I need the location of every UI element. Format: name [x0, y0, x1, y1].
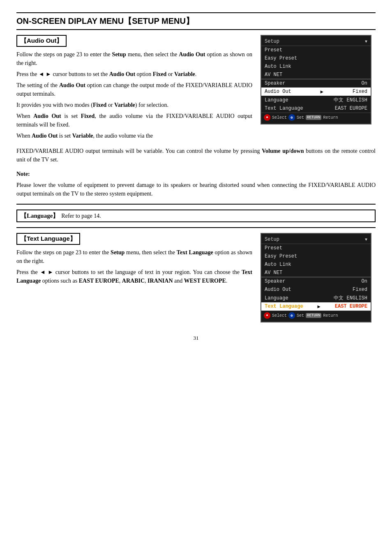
audio-out-header: 【Audio Out】	[16, 35, 67, 47]
audio-out-p6: When Audio Out is set Variable, the audi…	[16, 131, 252, 140]
note-section: Note: Please lower the volume of equipme…	[16, 170, 376, 198]
section-divider-1	[16, 204, 376, 205]
menu1-item-auto-link: Auto Link	[261, 62, 371, 71]
audio-out-p1: Follow the steps on page 23 to enter the…	[16, 50, 252, 67]
menu2-dropdown-arrow: ▼	[365, 237, 367, 242]
menu2-select-btn: ●	[264, 312, 270, 319]
menu1-item-audio-out-selected: Audio Out ▶ Fixed	[261, 88, 371, 96]
page-title: ON-SCREEN DIPLAY MENU【SETUP MENU】	[16, 12, 376, 30]
audio-out-p2: Press the ◄ ► cursor buttons to set the …	[16, 70, 252, 78]
language-ref-label: 【Language】	[21, 212, 59, 220]
menu1-setup-label: Setup	[265, 39, 279, 44]
menu2-set-btn: ⊕	[288, 312, 295, 319]
menu2-item-auto-link: Auto Link	[261, 260, 371, 269]
text-language-text: 【Text Language】 Follow the steps on page…	[16, 233, 252, 322]
menu2-set-label: Set	[297, 313, 304, 318]
audio-out-text: 【Audio Out】 Follow the steps on page 23 …	[16, 35, 252, 143]
menu2-footer: ● Select ⊕ Set RETURN Return	[261, 311, 371, 320]
menu2-item-av-net: AV NET	[261, 269, 371, 277]
menu1-item-text-language: Text Language EAST EUROPE	[261, 104, 371, 113]
menu2-container: Setup ▼ Preset Easy Preset Auto Link AV …	[261, 233, 376, 322]
text-language-section: 【Text Language】 Follow the steps on page…	[16, 233, 376, 322]
menu2-item-audio-out: Audio Out Fixed	[261, 286, 371, 294]
menu1-return-btn: RETURN	[306, 115, 321, 120]
menu1-item-language: Language 中文 ENGLISH	[261, 96, 371, 104]
menu2-item-language: Language 中文 ENGLISH	[261, 294, 371, 302]
menu1-set-label: Set	[297, 115, 304, 120]
audio-out-p5: When Audio Out is set Fixed, the audio v…	[16, 112, 252, 129]
menu1-setup-header: Setup ▼	[261, 37, 371, 46]
page-number: 31	[16, 335, 376, 341]
menu2-select-label: Select	[272, 313, 287, 318]
menu2-item-speaker: Speaker On	[261, 277, 371, 286]
menu1-item-preset: Preset	[261, 46, 371, 54]
menu2-item-text-language-selected: Text Language ▶ EAST EUROPE	[261, 302, 371, 311]
menu2-item-preset: Preset	[261, 244, 371, 252]
menu1-item-speaker: Speaker On	[261, 79, 371, 88]
menu2-return-btn: RETURN	[306, 313, 321, 318]
menu1-set-btn: ⊕	[288, 114, 295, 121]
audio-out-p3: The setting of the Audio Out option can …	[16, 81, 252, 98]
text-language-p1: Follow the steps on page 23 to enter the…	[16, 248, 252, 265]
setup-menu-1: Setup ▼ Preset Easy Preset Auto Link AV …	[261, 35, 371, 124]
language-ref-text: Refer to page 14.	[61, 213, 101, 219]
menu1-item-easy-preset: Easy Preset	[261, 54, 371, 62]
menu1-container: Setup ▼ Preset Easy Preset Auto Link AV …	[261, 35, 376, 143]
section-divider-2	[16, 227, 376, 228]
menu1-footer: ● Select ⊕ Set RETURN Return	[261, 113, 371, 122]
setup-menu-2: Setup ▼ Preset Easy Preset Auto Link AV …	[261, 233, 371, 322]
menu1-item-av-net: AV NET	[261, 71, 371, 79]
audio-out-section: 【Audio Out】 Follow the steps on page 23 …	[16, 35, 376, 143]
text-language-p2: Press the ◄ ► cursor buttons to set the …	[16, 268, 252, 285]
note-text: Please lower the volume of equipment to …	[16, 181, 376, 198]
audio-out-p4: It provides you with two modes (Fixed or…	[16, 101, 252, 109]
menu1-return-label: Return	[323, 115, 338, 120]
menu1-select-label: Select	[272, 115, 287, 120]
menu2-setup-header: Setup ▼	[261, 235, 371, 244]
note-label: Note:	[16, 170, 376, 178]
menu2-setup-label: Setup	[265, 237, 279, 242]
menu1-select-btn: ●	[264, 114, 270, 121]
language-ref-section: 【Language】 Refer to page 14.	[16, 210, 376, 222]
menu2-item-easy-preset: Easy Preset	[261, 252, 371, 260]
menu1-dropdown-arrow: ▼	[365, 39, 367, 44]
text-language-header: 【Text Language】	[16, 233, 80, 245]
audio-out-full-para: FIXED/VARIABLE AUDIO output terminals wi…	[16, 147, 376, 164]
menu2-return-label: Return	[323, 313, 338, 318]
